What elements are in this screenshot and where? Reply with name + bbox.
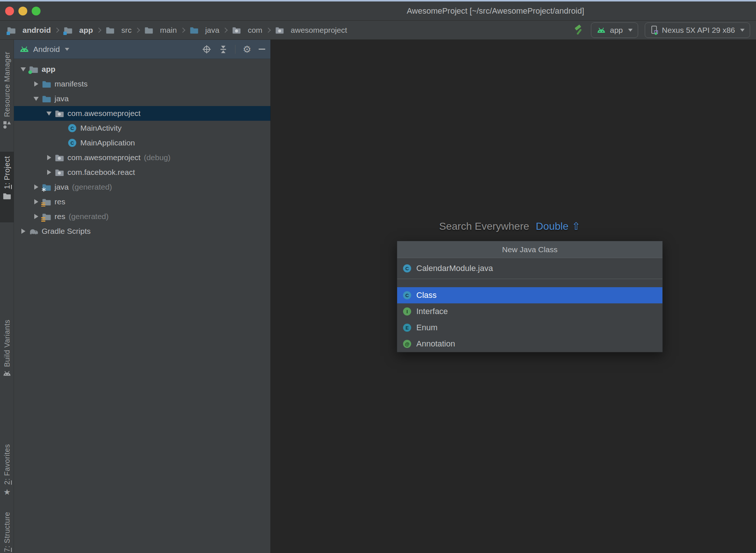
package-badge [58,172,61,175]
chevron-collapsed-icon[interactable] [31,184,42,190]
module-folder-icon [7,26,16,34]
breadcrumb-separator-icon [180,28,185,33]
star-icon: ★ [3,488,11,496]
interface-kind-icon: I [403,307,411,316]
build-variants-icon [3,371,11,376]
package-folder-icon [275,26,284,34]
locate-file-icon[interactable] [202,45,211,54]
tree-item-gradle-scripts[interactable]: Gradle Scripts [14,224,270,239]
shift-key-icon: ⇧ [572,220,580,232]
settings-gear-icon[interactable]: ⚙ [243,45,251,54]
window-titlebar: AwesomeProject [~/src/AwesomeProject/and… [0,1,756,21]
java-class-icon: C [403,264,411,272]
breadcrumb-item-main[interactable]: main [144,26,177,35]
chevron-collapsed-icon[interactable] [43,170,55,175]
chevron-down-icon[interactable] [65,48,69,51]
java-class-icon: C [67,124,77,132]
project-tool-window: Android ⚙ [14,40,271,553]
tool-tab-build-variants[interactable]: Build Variants [0,320,14,422]
module-folder-icon [63,26,73,34]
collapse-all-icon[interactable] [219,45,228,54]
breadcrumb-item-src[interactable]: src [105,26,132,35]
android-robot-icon [19,46,29,53]
chevron-expanded-icon[interactable] [43,112,55,116]
fullscreen-window-button[interactable] [32,7,41,15]
chevron-collapsed-icon[interactable] [43,155,55,160]
breadcrumb-item-app[interactable]: app [63,26,93,35]
breadcrumb-separator-icon [223,28,228,33]
breadcrumb-separator-icon [135,28,140,33]
res-folder-icon [42,198,51,206]
class-name-value: CalendarModule.java [416,264,493,273]
tool-tab-resource-manager[interactable]: Resource Manager [0,52,14,159]
tree-item-mainapplication[interactable]: C MainApplication [14,135,270,150]
new-java-class-popup: New Java Class C CalendarModule.java C C… [397,241,663,352]
tool-tab-project[interactable]: 1: Project [0,152,14,222]
hide-panel-icon[interactable] [259,49,265,50]
run-configuration-select[interactable]: app [591,22,638,38]
tree-item-com-facebook-react[interactable]: com.facebook.react [14,165,270,180]
resource-badge [41,217,45,222]
tree-item-mainactivity[interactable]: C MainActivity [14,121,270,135]
breadcrumb-item-java[interactable]: java [189,26,220,35]
resource-manager-icon [3,121,11,129]
project-folder-icon [3,193,11,200]
generated-source-folder-icon [42,183,51,191]
tree-item-java-generated[interactable]: java (generated) [14,180,270,194]
breadcrumb-item-com[interactable]: com [232,26,262,35]
tree-item-manifests[interactable]: manifests [14,77,270,91]
folder-icon [105,26,115,34]
tree-item-com-awesomeproject[interactable]: com.awesomeproject [14,106,270,121]
breadcrumb-item-android[interactable]: android [7,26,51,35]
folder-icon [144,26,154,34]
build-hammer-icon[interactable] [573,25,584,36]
breadcrumb: android app src main [7,21,347,40]
tool-tab-favorites[interactable]: 2: Favorites ★ [0,444,14,503]
module-folder-icon [29,65,38,73]
package-folder-icon [55,168,64,176]
tool-window-stripe: Resource Manager 1: Project Build Varian… [0,40,14,553]
tool-tab-structure[interactable]: 7: Structure [0,512,14,553]
breadcrumb-separator-icon [54,28,59,33]
chevron-collapsed-icon[interactable] [18,229,29,234]
breadcrumb-separator-icon [96,28,101,33]
kind-option-annotation[interactable]: @ Annotation [397,336,662,352]
kind-option-enum[interactable]: E Enum [397,320,662,336]
java-class-icon: C [67,139,77,147]
gradle-elephant-icon [29,227,38,235]
breadcrumb-item-awesomeproject[interactable]: awesomeproject [275,26,347,35]
chevron-collapsed-icon[interactable] [31,81,42,87]
virtual-device-icon [650,25,658,35]
res-folder-icon [42,212,51,221]
search-everywhere-hint: Search Everywhere Double ⇧ [439,220,581,232]
chevron-down-icon [740,29,745,32]
chevron-down-icon [628,29,633,32]
class-name-input[interactable]: C CalendarModule.java [397,258,662,279]
package-folder-icon [55,154,64,162]
tree-item-java[interactable]: java [14,91,270,106]
kind-option-class[interactable]: C Class [397,287,662,303]
active-module-badge [28,70,32,74]
tree-item-com-awesomeproject-debug[interactable]: com.awesomeproject (debug) [14,150,270,165]
minimize-window-button[interactable] [18,7,27,15]
tree-item-app[interactable]: app [14,62,270,77]
device-select[interactable]: Nexus 5X API 29 x86 [645,22,750,38]
breadcrumb-separator-icon [266,28,271,33]
chevron-collapsed-icon[interactable] [31,214,42,219]
tree-item-res[interactable]: res [14,194,270,209]
chevron-expanded-icon[interactable] [31,97,42,101]
android-robot-icon [596,27,606,34]
close-window-button[interactable] [5,7,14,15]
chevron-expanded-icon[interactable] [18,67,29,71]
tree-item-res-generated[interactable]: res (generated) [14,209,270,224]
package-badge [58,113,61,116]
popup-spacer [397,279,662,287]
class-kind-icon: C [403,291,411,299]
kind-option-interface[interactable]: I Interface [397,303,662,320]
project-view-select[interactable]: Android [33,45,60,54]
chevron-collapsed-icon[interactable] [31,199,42,204]
project-panel-header: Android ⚙ [14,40,270,59]
project-tree: app manifests java com.awesomeproject [14,62,270,239]
package-folder-icon [55,109,64,117]
source-folder-icon [42,80,51,88]
